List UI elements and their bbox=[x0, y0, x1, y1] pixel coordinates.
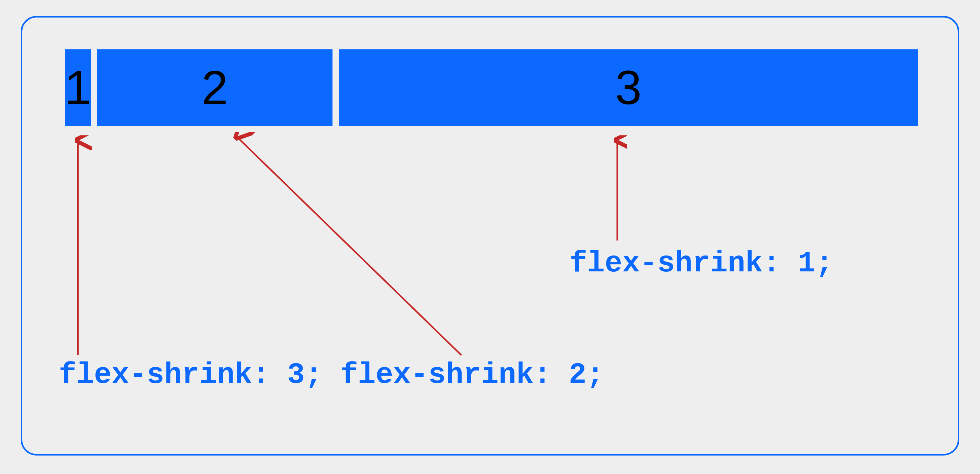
flex-item-3: 3 bbox=[339, 49, 918, 126]
svg-line-1 bbox=[237, 137, 461, 355]
label-flex-shrink-2: flex-shrink: 2; bbox=[340, 358, 604, 392]
label-flex-shrink-3: flex-shrink: 3; bbox=[59, 358, 322, 392]
arrow-1-icon bbox=[64, 136, 92, 358]
diagram-container: 1 2 3 flex-sh bbox=[21, 16, 959, 455]
flex-item-1-label: 1 bbox=[65, 64, 91, 112]
flex-item-2: 2 bbox=[97, 49, 332, 126]
flex-row: 1 2 3 bbox=[65, 49, 918, 126]
flex-item-1: 1 bbox=[65, 49, 91, 126]
flex-item-2-label: 2 bbox=[201, 64, 228, 112]
label-flex-shrink-1: flex-shrink: 1; bbox=[570, 247, 833, 280]
arrow-3-icon bbox=[608, 136, 627, 244]
arrow-2-icon bbox=[232, 132, 468, 358]
flex-item-3-label: 3 bbox=[615, 64, 641, 112]
